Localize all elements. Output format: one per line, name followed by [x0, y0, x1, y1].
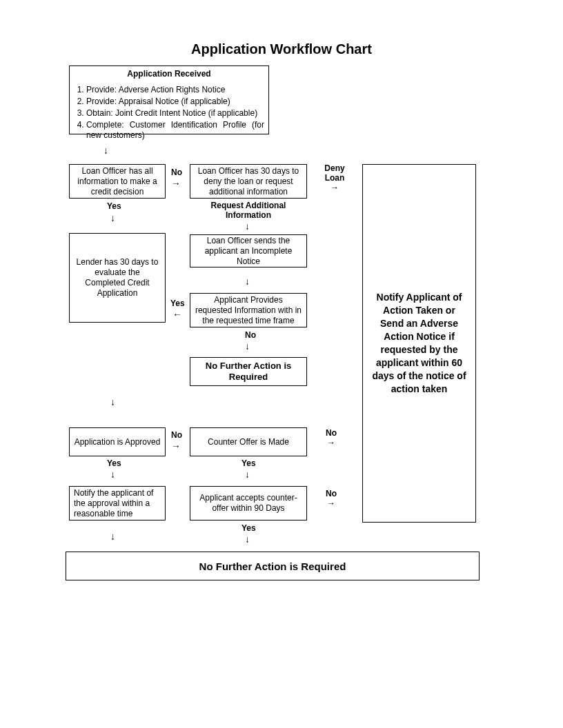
- label-yes: Yes: [241, 459, 256, 469]
- box-notify-action-taken: Notify Applicant of Action Taken orSend …: [362, 164, 476, 523]
- label-request-additional: Request Additional Information: [190, 201, 307, 221]
- arrow-down-icon: ↓: [103, 145, 108, 156]
- arrow-down-icon: ↓: [245, 341, 250, 352]
- label-no: No: [171, 431, 182, 441]
- label-no-text: No: [326, 489, 337, 498]
- arrow-down-icon: ↓: [245, 469, 250, 480]
- label-deny-loan: Deny Loan →: [314, 164, 355, 192]
- box-notify-action-taken-text: Notify Applicant of Action Taken orSend …: [370, 291, 468, 395]
- box-lender-evaluate: Lender has 30 days to evaluate the Compl…: [69, 233, 166, 323]
- label-no: No →: [317, 429, 345, 448]
- arrow-right-icon: →: [171, 441, 181, 452]
- arrow-right-icon: →: [171, 178, 181, 189]
- list-item: Complete: Customer Identification Profil…: [86, 120, 264, 141]
- arrow-down-icon: ↓: [110, 469, 115, 480]
- label-no: No: [245, 331, 256, 341]
- box-no-further-action-2: No Further Action is Required: [66, 552, 480, 580]
- box-thirty-days: Loan Officer has 30 days to deny the loa…: [190, 164, 307, 199]
- box-applicant-provides: Applicant Provides requested Information…: [190, 293, 307, 327]
- arrow-down-icon: ↓: [245, 534, 250, 545]
- arrow-down-icon: ↓: [110, 531, 115, 542]
- box-application-received-title: Application Received: [74, 69, 264, 79]
- label-yes: Yes: [107, 459, 121, 469]
- arrow-right-icon: →: [327, 498, 335, 508]
- arrow-down-icon: ↓: [245, 221, 250, 232]
- box-has-all-info: Loan Officer has all information to make…: [69, 164, 166, 199]
- box-application-received: Application Received Provide: Adverse Ac…: [69, 65, 269, 134]
- arrow-right-icon: →: [330, 183, 339, 192]
- label-no: No →: [317, 489, 345, 509]
- label-deny-loan-text: Deny Loan: [324, 163, 344, 183]
- box-no-further-action-1: No Further Action is Required: [190, 357, 307, 386]
- box-incomplete-notice: Loan Officer sends the applicant an Inco…: [190, 234, 307, 267]
- application-received-list: Provide: Adverse Action Rights Notice Pr…: [86, 85, 264, 142]
- label-no-text: No: [326, 428, 337, 438]
- arrow-right-icon: →: [327, 438, 335, 447]
- box-application-approved: Application is Approved: [69, 427, 166, 456]
- arrow-down-icon: ↓: [110, 212, 115, 223]
- arrow-down-icon: ↓: [245, 276, 250, 287]
- label-yes: Yes: [241, 524, 256, 534]
- box-notify-approval: Notify the applicant of the approval wit…: [69, 486, 166, 520]
- list-item: Provide: Appraisal Notice (if applicable…: [86, 97, 264, 107]
- box-counter-offer: Counter Offer is Made: [190, 427, 307, 456]
- label-yes: Yes: [107, 202, 121, 212]
- page-title: Application Workflow Chart: [0, 41, 563, 57]
- arrow-left-icon: ←: [172, 309, 182, 320]
- list-item: Obtain: Joint Credit Intent Notice (if a…: [86, 108, 264, 119]
- box-accepts-counter: Applicant accepts counter-offer within 9…: [190, 486, 307, 520]
- list-item: Provide: Adverse Action Rights Notice: [86, 85, 264, 95]
- arrow-down-icon: ↓: [110, 396, 115, 407]
- label-yes: Yes: [170, 299, 185, 309]
- label-no: No: [171, 168, 182, 178]
